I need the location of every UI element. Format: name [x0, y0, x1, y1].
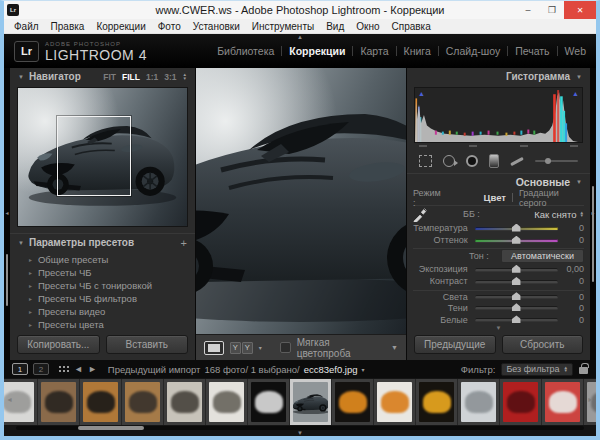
filmstrip-thumb[interactable] — [248, 379, 290, 425]
slider-knob[interactable] — [512, 277, 521, 285]
reset-button[interactable]: Сбросить — [502, 335, 584, 354]
menu-item-help[interactable]: Справка — [386, 21, 437, 32]
brush-size-slider[interactable] — [535, 160, 578, 162]
module-book[interactable]: Книга — [404, 45, 431, 57]
navigator-zoom-rectangle[interactable] — [57, 116, 131, 196]
collapse-presets-icon[interactable]: ▼ — [18, 240, 24, 246]
filter-lock-icon[interactable] — [579, 367, 588, 374]
filmstrip-scroll-left-icon[interactable]: ◄ — [6, 396, 13, 403]
histogram-header[interactable]: Гистограмма ▼ — [407, 68, 590, 85]
before-after-icon[interactable]: YY — [230, 342, 253, 354]
exposure-slider[interactable] — [475, 268, 558, 271]
highlight-clipping-icon[interactable]: ▲ — [572, 90, 579, 97]
zoom-ratio-updown-icon[interactable]: ▲▼ — [183, 73, 187, 80]
previous-photo-icon[interactable]: ◄ — [74, 364, 83, 374]
left-panel-scrollbar[interactable] — [6, 254, 8, 306]
treatment-color-option[interactable]: Цвет — [483, 192, 505, 203]
slider-knob[interactable] — [512, 236, 521, 244]
next-photo-icon[interactable]: ► — [88, 364, 97, 374]
slider-value[interactable]: 0 — [558, 276, 584, 286]
expand-icon[interactable]: ► — [28, 257, 33, 263]
module-web[interactable]: Web — [565, 45, 586, 57]
collapse-navigator-icon[interactable]: ▼ — [18, 74, 24, 80]
paste-button[interactable]: Вставить — [106, 335, 189, 354]
navigator-header[interactable]: ▼ Навигатор FIT FILL 1:1 3:1 ▲▼ — [10, 68, 195, 85]
preset-group-bw-filters[interactable]: ►Пресеты ЧБ фильтров — [10, 292, 195, 305]
slider-value[interactable]: 0 — [558, 223, 584, 233]
highlights-slider[interactable] — [475, 295, 558, 298]
slider-value[interactable]: 0 — [558, 292, 584, 302]
collapse-basic-icon[interactable]: ▼ — [576, 179, 582, 185]
wb-preset-dropdown[interactable]: Как снято ▲▼ — [534, 209, 584, 220]
white-balance-dropper-icon[interactable] — [413, 206, 429, 222]
module-map[interactable]: Карта — [360, 45, 388, 57]
module-library[interactable]: Библиотека — [217, 45, 274, 57]
shadows-slider[interactable] — [475, 306, 558, 309]
expand-icon[interactable]: ► — [28, 283, 33, 289]
filmstrip-thumb[interactable] — [500, 379, 542, 425]
shadow-clipping-icon[interactable]: ▲ — [418, 90, 425, 97]
filmstrip-thumb[interactable] — [374, 379, 416, 425]
preset-group-general[interactable]: ►Общие пресеты — [10, 253, 195, 266]
filmstrip-thumb[interactable] — [206, 379, 248, 425]
presets-header[interactable]: ▼ Параметры пресетов + — [10, 234, 195, 251]
collapse-top-panel-icon[interactable]: ▲ — [297, 34, 303, 40]
filmstrip-thumb[interactable] — [122, 379, 164, 425]
minimize-button[interactable]: – — [516, 1, 540, 19]
preset-group-bw[interactable]: ►Пресеты ЧБ — [10, 266, 195, 279]
slider-knob[interactable] — [512, 292, 521, 300]
previous-button[interactable]: Предыдущие — [414, 335, 496, 354]
zoom-1-1-button[interactable]: 1:1 — [146, 72, 158, 82]
slider-knob[interactable] — [512, 303, 521, 311]
red-eye-tool-icon[interactable] — [466, 155, 478, 167]
compare-dropdown-icon[interactable]: ▾ — [259, 344, 262, 351]
menu-item-window[interactable]: Окно — [350, 21, 385, 32]
navigator-preview[interactable] — [17, 87, 188, 227]
zoom-fill-button[interactable]: FILL — [122, 72, 140, 82]
filmstrip-thumb-selected[interactable] — [290, 379, 332, 425]
loupe-view-icon[interactable] — [204, 341, 224, 355]
whites-slider[interactable] — [475, 318, 558, 321]
slider-value[interactable]: 0 — [558, 303, 584, 313]
histogram-chart[interactable]: ▲ ▲ — [414, 87, 583, 143]
menu-item-develop[interactable]: Коррекции — [90, 21, 151, 32]
menu-item-tools[interactable]: Инструменты — [246, 21, 320, 32]
slider-value[interactable]: 0 — [558, 235, 584, 245]
grid-view-icon[interactable] — [58, 365, 69, 373]
slider-knob[interactable] — [512, 315, 521, 323]
basic-panel-header[interactable]: Основные ▼ — [407, 173, 590, 189]
right-panel-scrollbar[interactable] — [592, 186, 594, 282]
image-viewport[interactable] — [196, 68, 406, 334]
slider-knob[interactable] — [512, 224, 521, 232]
menu-item-edit[interactable]: Правка — [45, 21, 91, 32]
contrast-slider[interactable] — [475, 280, 558, 283]
filmstrip-thumb[interactable] — [332, 379, 374, 425]
expand-icon[interactable]: ► — [28, 322, 33, 328]
filmstrip-thumb[interactable] — [38, 379, 80, 425]
filmstrip-scroll-right-icon[interactable]: ► — [587, 396, 594, 403]
module-develop[interactable]: Коррекции — [289, 45, 345, 57]
filmstrip-thumb[interactable] — [80, 379, 122, 425]
slider-knob[interactable] — [512, 265, 521, 273]
expand-icon[interactable]: ► — [28, 270, 33, 276]
menu-item-photo[interactable]: Фото — [152, 21, 187, 32]
soft-proof-checkbox[interactable] — [280, 342, 291, 353]
module-slideshow[interactable]: Слайд-шоу — [446, 45, 500, 57]
menu-item-file[interactable]: Файл — [8, 21, 45, 32]
add-preset-button[interactable]: + — [181, 237, 187, 249]
menu-item-settings[interactable]: Установки — [187, 21, 246, 32]
filmstrip-thumb[interactable] — [164, 379, 206, 425]
zoom-3-1-button[interactable]: 3:1 — [164, 72, 176, 82]
source-dropdown-icon[interactable]: ▾ — [362, 366, 365, 373]
slider-value[interactable]: 0,00 — [558, 264, 584, 274]
zoom-fit-button[interactable]: FIT — [103, 72, 116, 82]
spot-removal-tool-icon[interactable] — [443, 155, 455, 167]
treatment-grayscale-option[interactable]: Градации серого — [519, 189, 584, 208]
preset-group-bw-toned[interactable]: ►Пресеты ЧБ с тонировкой — [10, 279, 195, 292]
filmstrip-thumb[interactable] — [458, 379, 500, 425]
menu-item-view[interactable]: Вид — [320, 21, 350, 32]
expand-icon[interactable]: ► — [28, 296, 33, 302]
tint-slider[interactable] — [475, 239, 558, 242]
preset-group-color[interactable]: ►Пресеты цвета — [10, 318, 195, 331]
source-breadcrumb[interactable]: Предыдущий импорт 168 фото/ 1 выбрано/ e… — [108, 364, 365, 375]
